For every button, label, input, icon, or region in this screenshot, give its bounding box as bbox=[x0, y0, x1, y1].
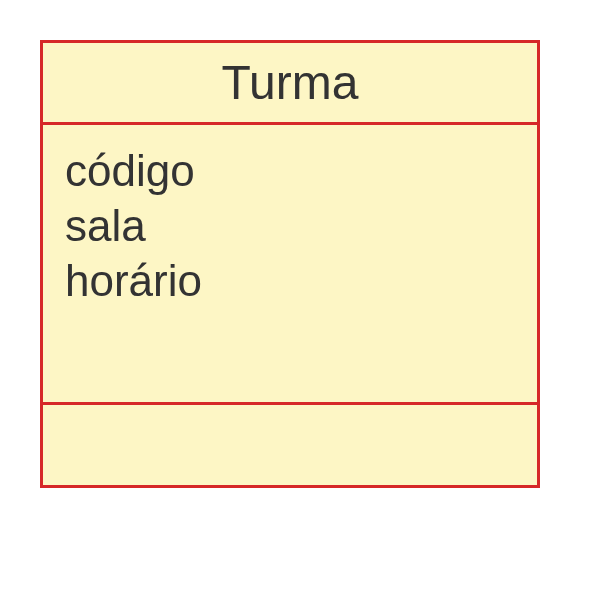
class-name: Turma bbox=[43, 43, 537, 125]
uml-class-box: Turma código sala horário bbox=[40, 40, 540, 488]
operations-compartment bbox=[43, 405, 537, 485]
attribute: horário bbox=[65, 253, 515, 308]
attributes-compartment: código sala horário bbox=[43, 125, 537, 405]
attribute: código bbox=[65, 143, 515, 198]
attribute: sala bbox=[65, 198, 515, 253]
